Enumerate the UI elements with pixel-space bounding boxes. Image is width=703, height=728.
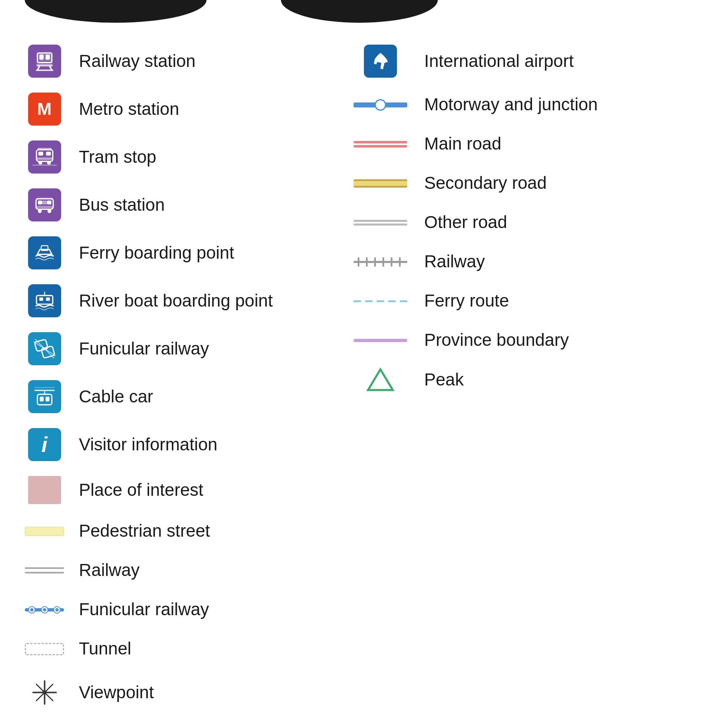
- info-letter: i: [41, 432, 47, 457]
- funicular-line-icon: [25, 608, 64, 611]
- pedestrian-label: Pedestrian street: [79, 521, 210, 541]
- svg-rect-36: [40, 397, 43, 402]
- funicular-label: Funicular railway: [79, 338, 209, 359]
- riverboat-icon: [25, 284, 64, 317]
- peak-triangle-icon: [366, 367, 395, 392]
- svg-rect-2: [39, 55, 43, 60]
- legend-item-railway-gray: Railway: [25, 551, 352, 590]
- legend-item-tunnel: Tunnel: [25, 629, 352, 669]
- ferry-route-symbol: [354, 300, 407, 302]
- mainroad-symbol-container: [352, 140, 409, 148]
- railway-gray-label: Railway: [79, 560, 140, 580]
- tunnel-icon: [25, 643, 64, 655]
- railway-station-label: Railway station: [79, 51, 195, 71]
- motorway-label: Motorway and junction: [424, 94, 598, 115]
- svg-rect-27: [46, 297, 50, 301]
- legend-item-viewpoint: Viewpoint: [25, 669, 352, 716]
- funicular-line-label: Funicular railway: [79, 599, 209, 620]
- province-boundary-label: Province boundary: [424, 330, 569, 350]
- svg-point-12: [38, 161, 42, 164]
- svg-point-47: [43, 690, 47, 695]
- svg-rect-23: [36, 198, 53, 200]
- legend-item-ferry-route: Ferry route: [352, 281, 678, 321]
- svg-rect-25: [36, 295, 52, 304]
- legend-item-riverboat: River boat boarding point: [25, 277, 352, 325]
- secondary-road-symbol: [354, 179, 407, 188]
- viewpoint-icon: [28, 676, 61, 709]
- svg-point-21: [47, 209, 51, 213]
- top-blob-right: [281, 0, 438, 23]
- top-decoration: [0, 0, 703, 25]
- svg-rect-17: [38, 201, 42, 205]
- svg-line-32: [33, 342, 55, 356]
- ferry-route-label: Ferry route: [424, 290, 509, 311]
- province-boundary-symbol-container: [352, 339, 409, 342]
- legend-item-ferry-boarding: Ferry boarding point: [25, 229, 352, 277]
- legend-item-other-road: Other road: [352, 203, 678, 242]
- secondary-road-symbol-container: [352, 179, 409, 188]
- secondary-road-label: Secondary road: [424, 173, 547, 193]
- ferry-boarding-icon: [25, 236, 64, 269]
- svg-rect-35: [37, 394, 52, 405]
- legend-item-province-boundary: Province boundary: [352, 321, 678, 360]
- main-road-label: Main road: [424, 133, 501, 154]
- svg-point-13: [47, 161, 50, 164]
- railway-line-symbol: [354, 257, 407, 267]
- other-road-symbol: [354, 220, 407, 226]
- mainroad-line-symbol: [354, 140, 407, 148]
- poi-icon: [25, 476, 64, 504]
- legend-item-peak: Peak: [352, 360, 678, 400]
- poi-box: [28, 476, 61, 504]
- top-blob-left: [25, 0, 207, 23]
- visitor-info-label: Visitor information: [79, 434, 217, 455]
- legend-item-suggested-route: Suggested route: [25, 716, 352, 728]
- ferry-route-symbol-container: [352, 300, 409, 302]
- svg-rect-0: [36, 52, 52, 67]
- svg-rect-22: [42, 201, 47, 205]
- svg-rect-9: [38, 152, 43, 155]
- viewpoint-icon-container: [25, 676, 64, 709]
- airport-label: International airport: [424, 51, 574, 71]
- legend-item-metro: M Metro station: [25, 85, 352, 133]
- tram-label: Tram stop: [79, 147, 156, 167]
- svg-rect-10: [46, 152, 51, 155]
- right-column: International airport Motorway and junct…: [352, 37, 678, 728]
- metro-icon: M: [25, 93, 64, 126]
- svg-rect-3: [45, 55, 50, 60]
- legend-container: Railway station M Metro station: [0, 25, 703, 728]
- legend-item-motorway: Motorway and junction: [352, 85, 678, 124]
- svg-point-20: [38, 209, 41, 213]
- other-road-symbol-container: [352, 220, 409, 226]
- metro-letter: M: [37, 99, 52, 119]
- legend-item-secondary-road: Secondary road: [352, 164, 678, 203]
- metro-label: Metro station: [79, 99, 179, 119]
- svg-rect-15: [37, 148, 52, 150]
- airport-icon-container: [352, 45, 409, 78]
- motorway-line-symbol: [354, 102, 407, 107]
- suggested-route-label: Suggested route: [79, 726, 206, 728]
- peak-symbol-container: [352, 367, 409, 392]
- legend-item-bus: Bus station: [25, 181, 352, 229]
- railway-line-label: Railway: [424, 251, 485, 272]
- svg-rect-19: [36, 206, 53, 208]
- legend-item-visitor-info: i Visitor information: [25, 421, 352, 469]
- railway-gray-symbol: [25, 567, 64, 573]
- railway-station-icon: [25, 45, 64, 78]
- peak-label: Peak: [424, 369, 464, 390]
- legend-item-poi: Place of interest: [25, 469, 352, 512]
- legend-item-main-road: Main road: [352, 124, 678, 164]
- ferry-boarding-label: Ferry boarding point: [79, 243, 234, 263]
- legend-item-funicular: Funicular railway: [25, 325, 352, 373]
- legend-item-tram: Tram stop: [25, 133, 352, 181]
- motorway-symbol-container: [352, 102, 409, 107]
- visitor-info-icon: i: [25, 428, 64, 461]
- railway-gray-icon: [25, 567, 64, 573]
- svg-rect-26: [39, 297, 43, 301]
- railway-line-symbol-container: [352, 257, 409, 267]
- legend-item-airport: International airport: [352, 37, 678, 85]
- cablecar-icon: [25, 380, 64, 413]
- province-boundary-symbol: [354, 339, 407, 342]
- pedestrian-line: [25, 527, 64, 536]
- tunnel-symbol: [25, 643, 64, 655]
- left-column: Railway station M Metro station: [25, 37, 352, 728]
